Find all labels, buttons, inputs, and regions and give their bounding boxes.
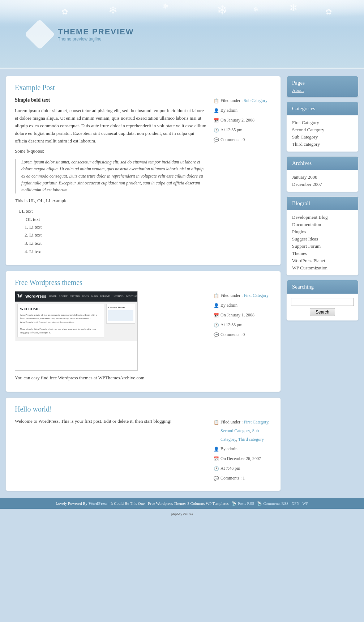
- search-widget-header: Searching: [287, 280, 358, 294]
- comments-rss-link[interactable]: Comments RSS: [263, 501, 288, 506]
- archives-widget-header: Archives: [287, 157, 358, 170]
- blogroll-widget: Blogroll Development Blog Documentation …: [286, 196, 359, 276]
- ul-item: UL text: [18, 208, 206, 215]
- categories-widget-body: First Category Second Category Sub Categ…: [287, 115, 358, 152]
- sidebar: Pages About Categories First Category Se…: [286, 76, 359, 321]
- clock-icon: 🕐: [214, 321, 219, 329]
- wp-nav-item: ABOUT: [59, 294, 68, 298]
- category-second[interactable]: Second Category: [292, 126, 353, 133]
- post-body: Simple bold text Lorem ipsum dolor sit a…: [15, 96, 271, 258]
- post-example: Example Post Simple bold text Lorem ipsu…: [5, 76, 281, 265]
- post-meta: 📋 Filed under : First Category 👤 By admi…: [214, 291, 271, 385]
- footer-bottom-text: phpMyVisites: [171, 512, 193, 516]
- calendar-icon: 📅: [214, 116, 219, 125]
- category-link[interactable]: Sub Category: [244, 98, 267, 103]
- author-icon: 👤: [214, 106, 219, 115]
- wp-body: WELCOME WordPress is a state-of-the-art …: [15, 302, 137, 341]
- post-blockquote: Lorem ipsum dolor sit amet, consectetur …: [15, 159, 206, 193]
- blogroll-suggest-ideas[interactable]: Suggest Ideas: [292, 235, 353, 243]
- note-icon: 📋: [214, 418, 219, 427]
- blogroll-documentation[interactable]: Documentation: [292, 221, 353, 228]
- archive-dec-2007[interactable]: December 2007: [292, 181, 353, 188]
- header-line: [0, 68, 364, 69]
- blogroll-themes[interactable]: Themes: [292, 250, 353, 257]
- footer-wordpress-link[interactable]: WordPress: [89, 501, 107, 506]
- category-link[interactable]: Second Category: [220, 428, 250, 433]
- category-sub[interactable]: Sub Category: [292, 133, 353, 141]
- categories-widget-header: Categories: [287, 102, 358, 115]
- snowflake-decoration: ❄: [289, 2, 297, 14]
- post-body: Welcome to WordPress. This is your first…: [15, 418, 271, 483]
- wordpress-screenshot: W WordPress HOME ABOUT EXTEND DOCS BLOG …: [15, 291, 138, 371]
- post-content-text: W WordPress HOME ABOUT EXTEND DOCS BLOG …: [15, 291, 206, 385]
- pages-about-link[interactable]: About: [292, 88, 353, 93]
- category-third[interactable]: Third category: [292, 141, 353, 148]
- category-link[interactable]: Third category: [238, 437, 264, 442]
- post-paragraph: Lorem ipsum dolor sit amet, consectetur …: [15, 107, 206, 145]
- posts-rss-link[interactable]: Posts RSS: [238, 501, 254, 506]
- footer-bottom: phpMyVisites: [0, 509, 364, 519]
- comments-meta: 💬 Comments : 1: [214, 474, 271, 483]
- time-meta: 🕐 At 12:33 pm: [214, 320, 271, 329]
- archives-widget-body: January 2008 December 2007: [287, 170, 358, 192]
- post-content-text: Simple bold text Lorem ipsum dolor sit a…: [15, 96, 206, 258]
- pages-widget: Pages About: [286, 76, 359, 97]
- filed-under: 📋 Filed under : Sub Category: [214, 96, 271, 105]
- list-label: This is UL, OL, LI example:: [15, 197, 206, 205]
- time-meta: 🕐 At 12:35 pm: [214, 125, 271, 135]
- filed-under: 📋 Filed under : First Category, Second C…: [214, 418, 271, 444]
- post-paragraph: Welcome to WordPress. This is your first…: [15, 418, 206, 425]
- note-icon: 📋: [214, 291, 219, 300]
- category-link[interactable]: First Category: [244, 293, 269, 298]
- xfn-link[interactable]: XFN: [291, 501, 299, 506]
- clock-icon: 🕐: [214, 126, 219, 135]
- main-content: Example Post Simple bold text Lorem ipsu…: [5, 76, 281, 491]
- site-tagline: Theme preview tagline: [58, 37, 134, 42]
- li-item: Li text: [29, 231, 206, 239]
- clock-icon: 🕐: [214, 464, 219, 473]
- filed-under: 📋 Filed under : First Category: [214, 291, 271, 300]
- post-title[interactable]: Example Post: [15, 84, 271, 92]
- archive-jan-2008[interactable]: January 2008: [292, 174, 353, 181]
- comment-icon: 💬: [214, 136, 219, 144]
- comment-icon: 💬: [214, 331, 219, 339]
- pages-widget-header: Pages About: [287, 76, 358, 97]
- post-title[interactable]: Free Wordpress themes: [15, 278, 271, 287]
- wp-nav-item: DOWNLOAD: [126, 294, 138, 298]
- wp-main-panel: WELCOME WordPress is a state-of-the-art …: [17, 304, 104, 339]
- comments-meta: 💬 Comments : 0: [214, 330, 271, 339]
- wp-nav: HOME ABOUT EXTEND DOCS BLOG FORUMS HOSTI…: [49, 294, 138, 298]
- post-ul: UL text OL text Li text Li text Li text …: [18, 208, 206, 256]
- page-wrapper: Example Post Simple bold text Lorem ipsu…: [0, 69, 364, 498]
- category-first[interactable]: First Category: [292, 119, 353, 126]
- wp-welcome-text: WordPress is a state-of-the-art semantic…: [20, 314, 102, 335]
- snowflake-decoration: ✿: [61, 7, 68, 17]
- wp-wordmark: WordPress: [25, 293, 46, 300]
- post-footer-text: You can easy find free Wordpress themes …: [15, 374, 206, 382]
- wp-sidebar-panel: Current Theme: [106, 304, 135, 339]
- wp-nav-item: HOME: [49, 294, 57, 298]
- snowflake-decoration: ❄: [217, 3, 227, 18]
- wp-welcome: WELCOME WordPress is a state-of-the-art …: [17, 304, 104, 337]
- search-input[interactable]: [291, 298, 354, 306]
- blogroll-wp-planet[interactable]: WordPress Planet: [292, 257, 353, 264]
- category-link[interactable]: First Category: [244, 419, 268, 425]
- blogroll-plugins[interactable]: Plugins: [292, 228, 353, 235]
- comment-icon: 💬: [214, 474, 219, 483]
- header-text: THEME PREVIEW Theme preview tagline: [58, 27, 134, 42]
- snowflake-decoration: ❄: [163, 2, 169, 10]
- time-meta: 🕐 At 7:46 pm: [214, 464, 271, 473]
- author-icon: 👤: [214, 301, 219, 310]
- site-footer: Lovely Powered By WordPress - It Could B…: [0, 498, 364, 509]
- blogroll-wp-customization[interactable]: WP Customization: [292, 264, 353, 272]
- author-meta: 👤 By admin: [214, 301, 271, 310]
- post-title[interactable]: Hello world!: [15, 405, 271, 413]
- blogroll-dev-blog[interactable]: Development Blog: [292, 214, 353, 221]
- wp-theme-label: Current Theme: [108, 306, 133, 310]
- blogroll-support-forum[interactable]: Support Forum: [292, 243, 353, 250]
- search-button[interactable]: Search: [310, 308, 335, 316]
- site-logo: [25, 19, 55, 50]
- post-wordpress-themes: Free Wordpress themes W WordPress HOME A…: [5, 271, 281, 392]
- li-item: Li text: [29, 223, 206, 231]
- wp-link[interactable]: WP: [302, 501, 308, 506]
